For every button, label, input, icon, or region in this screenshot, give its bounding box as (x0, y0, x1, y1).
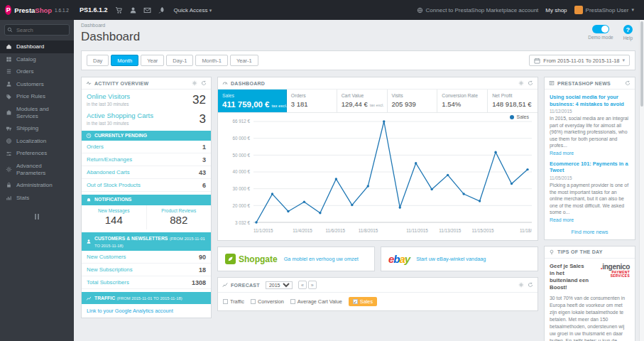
sidebar-item-advanced-parameters[interactable]: Advanced Parameters (0, 160, 74, 179)
product-reviews-cell[interactable]: Product Reviews882 (147, 205, 212, 229)
sidebar: Dashboard Catalog Orders Customers Price… (0, 20, 74, 341)
dashboard-icon (222, 80, 228, 86)
refresh-icon[interactable] (528, 80, 533, 86)
refresh-icon[interactable] (528, 282, 533, 288)
new-messages-cell[interactable]: New Messages144 (82, 205, 147, 229)
sidebar-item-orders[interactable]: Orders (0, 65, 74, 78)
shop-name[interactable]: PS1.6.1.2 (80, 6, 108, 13)
help-icon[interactable]: ? (623, 25, 633, 34)
read-more-link[interactable]: Read more (550, 151, 574, 156)
sales-chart-area: Sales 66 912 €60 000 €50 000 €40 000 €30… (218, 113, 537, 227)
home-icon (6, 43, 12, 50)
forecast-icon (222, 282, 228, 288)
filter-day-1-button[interactable]: Day-1 (166, 55, 193, 66)
cart-icon[interactable] (115, 6, 123, 14)
shopgate-logo: Shopgate (225, 254, 278, 264)
shopgate-link[interactable]: Ga mobiel en verhoog uw omzet (284, 256, 359, 262)
online-visitors-metric[interactable]: Online Visitorsin the last 30 minutes 32 (82, 90, 211, 109)
sidebar-item-customers[interactable]: Customers (0, 78, 74, 91)
sidebar-item-modules[interactable]: Modules and Services (0, 103, 74, 122)
puzzle-icon (6, 109, 12, 116)
marketplace-link[interactable]: Connect to PrestaShop Marketplace accoun… (417, 7, 539, 13)
search-input[interactable] (4, 24, 70, 36)
dashboard-panel-title: Dashboard (231, 81, 265, 86)
forecast-prev-button[interactable]: « (298, 281, 307, 289)
demo-mode-toggle[interactable] (592, 25, 609, 33)
sidebar-item-price-rules[interactable]: Price Rules (0, 90, 74, 103)
filter-year-button[interactable]: Year (141, 55, 164, 66)
prestashop-logo[interactable]: P PrestaShop 1.6.1.2 (0, 5, 74, 15)
checkbox-icon (223, 299, 228, 304)
globe-icon (6, 138, 12, 144)
new-customers-row[interactable]: New Customers90 (82, 251, 211, 264)
refresh-icon[interactable] (625, 80, 631, 86)
chart-legend[interactable]: Sales (510, 114, 529, 119)
sidebar-item-preferences[interactable]: Preferences (0, 147, 74, 160)
prestashop-news-panel: PrestaShop News Using social media for y… (544, 77, 635, 240)
kpi-net-profit[interactable]: Net Profit148 918,51 € (488, 90, 537, 112)
read-more-link[interactable]: Read more (550, 217, 574, 222)
filter-month-button[interactable]: Month (111, 55, 138, 66)
news-article-title[interactable]: Using social media for your business: 4 … (550, 94, 630, 107)
sidebar-item-localization[interactable]: Localization (0, 135, 74, 148)
kpi-cart-value[interactable]: Cart Value129,44 €tax excl. (337, 90, 388, 112)
pending-orders-row[interactable]: Orders1 (82, 141, 211, 153)
quick-access-menu[interactable]: Quick Access ▾ (174, 7, 212, 13)
user-menu[interactable]: PrestaShop User ▾ (574, 6, 634, 14)
ebay-link[interactable]: Start uw eBay-winkel vandaag (416, 256, 486, 262)
refresh-icon[interactable] (201, 80, 207, 86)
sidebar-collapse-toggle[interactable] (0, 214, 74, 220)
gear-icon[interactable] (518, 282, 524, 288)
news-panel-title: PrestaShop News (557, 81, 611, 86)
new-subscriptions-row[interactable]: New Subscriptions18 (82, 264, 211, 276)
legend-conversion[interactable]: Conversion (251, 298, 284, 305)
filter-month-1-button[interactable]: Month-1 (195, 55, 228, 66)
tip-heading: Geef je Sales in het buitenland een Boos… (550, 263, 589, 292)
sliders-icon (6, 151, 12, 157)
sidebar-item-shipping[interactable]: Shipping (0, 122, 74, 135)
kpi-orders[interactable]: Orders3 181 (287, 90, 337, 112)
find-more-news-link[interactable]: Find more news (550, 229, 630, 235)
my-shop-link[interactable]: My shop (545, 7, 567, 13)
sidebar-item-dashboard[interactable]: Dashboard (0, 40, 74, 53)
active-carts-metric[interactable]: Active Shopping Cartsin the last 30 minu… (82, 109, 211, 128)
filter-year-1-button[interactable]: Year-1 (230, 55, 258, 66)
news-article-title[interactable]: Ecommerce 101: Payments in a Tweet (550, 161, 630, 174)
messages-icon[interactable] (143, 6, 151, 14)
legend-traffic[interactable]: Traffic (223, 298, 244, 305)
date-range-picker[interactable]: From 2015-11-01 To 2015-11-18 ▾ (529, 55, 630, 66)
pending-returns-row[interactable]: Return/Exchanges3 (82, 153, 211, 166)
activity-overview-panel: Activity overview Online Visitorsin the … (81, 77, 212, 318)
gear-icon[interactable] (518, 80, 524, 86)
legend-average-cart-value[interactable]: Average Cart Value (290, 298, 342, 305)
checkbox-checked-icon: ✓ (353, 299, 358, 304)
customer-icon[interactable] (129, 6, 137, 14)
forecast-year-select[interactable]: 2015 (266, 281, 293, 289)
kpi-conversion-rate[interactable]: Conversion Rate1.54% (437, 90, 488, 112)
orders-icon (6, 68, 12, 75)
forecast-panel: Forecast 2015 « » Traffic Conver (217, 277, 538, 311)
page-scrollbar[interactable] (639, 20, 644, 341)
scrollbar-thumb[interactable] (640, 21, 643, 107)
gear-icon[interactable] (192, 80, 197, 86)
out-of-stock-row[interactable]: Out of Stock Products6 (82, 179, 211, 192)
sales-chart[interactable] (253, 120, 532, 225)
kpi-sales[interactable]: Sales411 759,00 €tax excl. (218, 90, 287, 112)
chevron-down-icon: ▾ (622, 58, 625, 63)
currently-pending-header: Currently Pending (82, 131, 211, 141)
sidebar-item-administration[interactable]: Administration (0, 179, 74, 192)
total-subscribers-row[interactable]: Total Subscribers1308 (82, 276, 211, 289)
filter-day-button[interactable]: Day (87, 55, 109, 66)
forecast-next-button[interactable]: » (308, 281, 317, 289)
sidebar-item-catalog[interactable]: Catalog (0, 53, 74, 66)
sidebar-item-stats[interactable]: Stats (0, 192, 74, 205)
online-visitors-label: Online Visitors (87, 93, 130, 101)
traffic-icon (86, 296, 92, 301)
google-analytics-link[interactable]: Link to your Google Analytics account (82, 304, 211, 318)
abandoned-carts-row[interactable]: Abandoned Carts43 (82, 166, 211, 179)
calendar-icon (534, 58, 540, 64)
kpi-visits[interactable]: Visits205 939 (388, 90, 438, 112)
people-icon (86, 239, 92, 244)
rocket-icon[interactable] (158, 6, 165, 14)
legend-sales[interactable]: ✓Sales (349, 297, 377, 306)
